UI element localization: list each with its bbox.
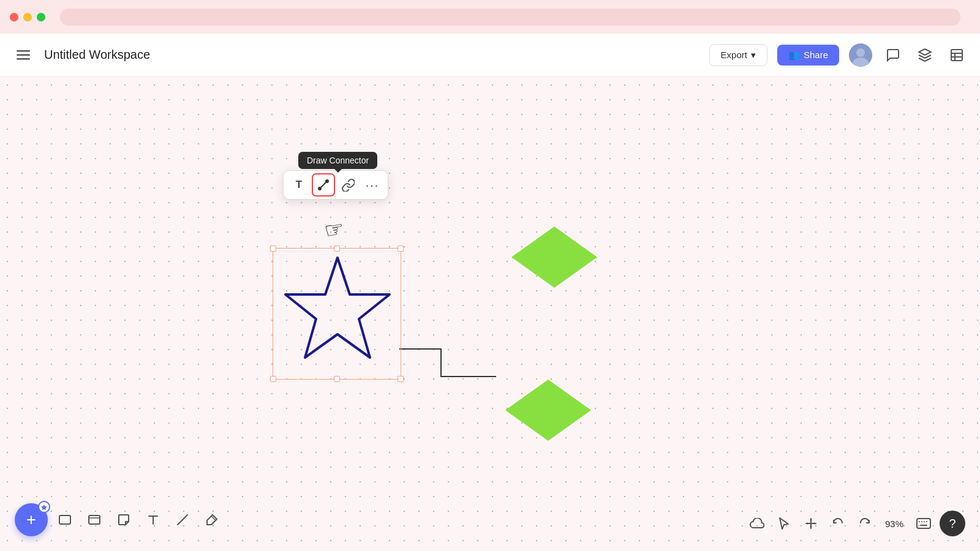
handle-br[interactable] bbox=[398, 376, 404, 382]
link-tool-button[interactable] bbox=[336, 173, 360, 197]
svg-rect-22 bbox=[917, 519, 930, 528]
share-label: Share bbox=[804, 50, 828, 60]
undo-icon bbox=[831, 517, 845, 530]
title-bar bbox=[0, 0, 980, 34]
workspace-title: Untitled Workspace bbox=[44, 48, 699, 62]
export-label: Export bbox=[721, 50, 747, 60]
diamond-top[interactable] bbox=[508, 223, 600, 293]
redo-icon bbox=[858, 517, 872, 530]
maximize-button[interactable] bbox=[37, 13, 45, 21]
svg-marker-10 bbox=[285, 258, 390, 358]
handle-bl[interactable] bbox=[270, 376, 276, 382]
svg-marker-11 bbox=[511, 227, 597, 288]
handle-tm[interactable] bbox=[334, 246, 340, 252]
svg-rect-1 bbox=[17, 54, 30, 56]
handle-tr[interactable] bbox=[398, 246, 404, 252]
cursor-pointer: ☞ bbox=[323, 216, 347, 244]
connector-tool-icon bbox=[317, 178, 330, 192]
tooltip-text: Draw Connector bbox=[307, 156, 369, 165]
menu-button[interactable] bbox=[12, 44, 34, 66]
select-tool-button[interactable] bbox=[773, 512, 795, 534]
handle-bm[interactable] bbox=[334, 376, 340, 382]
rectangle-tool-button[interactable] bbox=[53, 508, 77, 532]
share-button[interactable]: 👥 Share bbox=[777, 45, 839, 66]
link-icon bbox=[341, 178, 355, 192]
svg-rect-0 bbox=[17, 50, 30, 52]
avatar[interactable] bbox=[849, 43, 872, 67]
cursor-icon bbox=[778, 517, 790, 530]
bottom-toolbar: + bbox=[15, 503, 224, 536]
layers-button[interactable] bbox=[914, 44, 936, 66]
more-options-button[interactable]: ··· bbox=[361, 173, 384, 197]
title-bar-url bbox=[60, 9, 960, 26]
star-svg bbox=[273, 249, 402, 380]
zoom-level[interactable]: 93% bbox=[881, 519, 908, 529]
floating-toolbar: T ··· bbox=[283, 170, 388, 200]
svg-rect-6 bbox=[951, 50, 962, 61]
pen-icon bbox=[205, 513, 219, 527]
handle-tl[interactable] bbox=[270, 246, 276, 252]
svg-line-15 bbox=[321, 182, 326, 187]
move-tool-button[interactable] bbox=[800, 512, 822, 534]
rectangle-icon bbox=[58, 513, 72, 527]
keyboard-shortcuts-button[interactable] bbox=[913, 512, 935, 534]
plus-icon: + bbox=[26, 511, 36, 528]
pen-tool-button[interactable] bbox=[200, 508, 224, 532]
close-button[interactable] bbox=[10, 13, 18, 21]
text-icon bbox=[146, 513, 160, 527]
svg-line-20 bbox=[178, 515, 187, 525]
more-icon: ··· bbox=[366, 178, 380, 192]
keyboard-icon bbox=[916, 518, 931, 529]
text-tool-icon: T bbox=[296, 179, 302, 191]
diamond-bottom[interactable] bbox=[502, 377, 594, 446]
svg-marker-16 bbox=[41, 504, 47, 510]
fab-badge bbox=[38, 501, 50, 513]
connector-svg bbox=[0, 43, 980, 551]
text-tool-button-bottom[interactable] bbox=[141, 508, 165, 532]
cloud-save-button[interactable] bbox=[746, 512, 768, 534]
sticky-note-icon bbox=[117, 513, 130, 527]
sticky-note-button[interactable] bbox=[111, 508, 136, 532]
svg-point-4 bbox=[856, 48, 865, 57]
line-tool-button[interactable] bbox=[170, 508, 195, 532]
export-button[interactable]: Export ▾ bbox=[709, 44, 767, 66]
bottom-right-toolbar: 93% ? bbox=[746, 511, 965, 536]
svg-marker-12 bbox=[505, 380, 591, 441]
comments-button[interactable] bbox=[882, 44, 904, 66]
draw-connector-tooltip: Draw Connector bbox=[298, 152, 377, 169]
help-button[interactable]: ? bbox=[940, 511, 965, 536]
text-tool-button[interactable]: T bbox=[287, 173, 311, 197]
help-icon: ? bbox=[949, 517, 956, 531]
canvas-content[interactable]: Draw Connector T ··· ☞ bbox=[0, 43, 980, 551]
star-shape-container[interactable] bbox=[273, 248, 401, 380]
share-icon: 👥 bbox=[788, 50, 800, 61]
minimize-button[interactable] bbox=[23, 13, 32, 21]
connector-tool-button[interactable] bbox=[312, 173, 335, 197]
svg-rect-2 bbox=[17, 58, 30, 60]
redo-button[interactable] bbox=[854, 512, 876, 534]
history-button[interactable] bbox=[946, 44, 968, 66]
svg-rect-18 bbox=[89, 515, 100, 524]
frame-tool-button[interactable] bbox=[82, 508, 107, 532]
cloud-icon bbox=[750, 518, 764, 529]
add-button[interactable]: + bbox=[15, 503, 48, 536]
line-icon bbox=[176, 513, 189, 527]
chevron-down-icon: ▾ bbox=[751, 50, 756, 61]
header-toolbar: Untitled Workspace Export ▾ 👥 Share bbox=[0, 34, 980, 77]
header-right-icons bbox=[882, 44, 968, 66]
undo-button[interactable] bbox=[827, 512, 849, 534]
svg-rect-17 bbox=[59, 515, 70, 524]
move-icon bbox=[804, 517, 818, 530]
frame-icon bbox=[88, 513, 101, 527]
